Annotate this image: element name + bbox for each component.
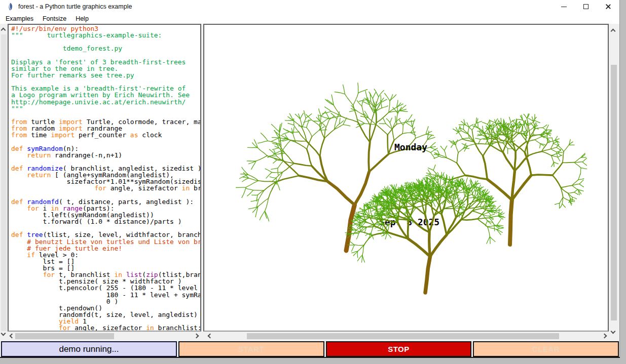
maximize-button[interactable] [582,3,590,11]
scroll-left-icon[interactable] [10,334,15,339]
close-button[interactable] [604,3,612,11]
window-border [0,357,620,358]
scroll-left-icon[interactable] [208,334,213,339]
tree-branches-level-6 [487,171,531,200]
minimize-icon [561,7,567,7]
menu-examples[interactable]: Examples [1,14,38,23]
code-vertical-scrollbar[interactable] [0,24,8,340]
code-line: tdemo_forest.py [11,45,200,52]
scroll-up-icon[interactable] [1,28,6,33]
scrollbar-thumb[interactable] [15,333,114,339]
tree-branches-level-6 [408,232,447,257]
scrollbar-thumb[interactable] [247,333,559,339]
canvas-vertical-scrollbar[interactable] [609,24,618,336]
code-line: from time import perf_counter as clock [11,132,200,138]
code-horizontal-scrollbar[interactable] [8,332,201,340]
scrollbar-thumb[interactable] [1,34,7,331]
tree-branches-level-7 [425,257,430,293]
close-icon [605,4,611,10]
canvas-text-label: Monday [394,142,427,152]
maximize-icon [583,4,588,9]
turtle-canvas[interactable]: MondaySep. 8 2025 [203,24,609,332]
clear-button[interactable]: CLEAR [473,341,619,357]
code-line: return randrange(-n,n+1) [11,152,200,158]
code-line: t.forward( (1.0 * distance)/parts ) [11,218,200,225]
menu-help[interactable]: Help [71,14,93,23]
forest-drawing: MondaySep. 8 2025 [204,25,608,331]
tree-branches-level-7 [510,200,512,245]
scroll-right-icon[interactable] [194,334,199,339]
scroll-down-icon[interactable] [611,329,616,334]
code-editor[interactable]: #!/usr/bin/env python3""" turtlegraphics… [8,24,201,332]
menu-bar: ExamplesFontsizeHelp [0,13,619,24]
code-line: """ [11,105,200,112]
scrollbar-thumb[interactable] [611,65,617,320]
stop-button[interactable]: STOP [326,341,472,357]
scroll-up-icon[interactable] [611,29,616,34]
start-button[interactable]: START [178,341,324,357]
tree-branches-level-4 [276,122,407,182]
minimize-button[interactable] [560,3,568,11]
scroll-down-icon[interactable] [1,331,6,336]
title-bar: forest - a Python turtle graphics exampl… [0,0,619,13]
code-line: t.left(angle) [11,331,200,332]
tree-group-front [345,172,505,293]
window-title: forest - a Python turtle graphics exampl… [18,3,132,10]
status-row: demo running... STARTSTOPCLEAR [1,341,619,357]
code-line: For further remarks see tree.py [11,72,200,78]
scroll-right-icon[interactable] [602,334,607,339]
code-line: for angle, sizefactor in branchlist ] [11,185,200,191]
tree-branches-level-6 [328,172,370,205]
app-window: forest - a Python turtle graphics exampl… [0,0,620,357]
code-line: http://homepage.univie.ac.at/erich.neuwi… [11,99,200,105]
menu-fontsize[interactable]: Fontsize [38,14,71,23]
canvas-horizontal-scrollbar[interactable] [204,332,609,340]
tree-branches-level-5 [465,151,553,179]
python-feather-icon [7,3,14,11]
status-message: demo running... [1,341,177,357]
code-line: """ turtlegraphics-example-suite: [11,32,200,38]
